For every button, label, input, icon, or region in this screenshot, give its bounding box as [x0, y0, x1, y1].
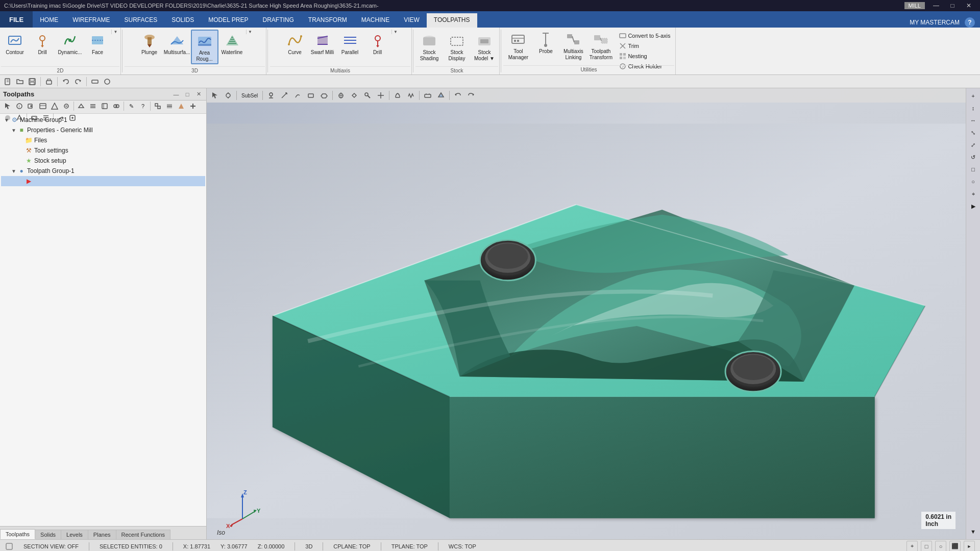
vt-btn7[interactable] — [318, 90, 330, 101]
rp-btn6[interactable]: ↺ — [968, 152, 979, 163]
stock-shading-button[interactable]: StockShading — [415, 30, 443, 64]
sidebar-pin-button[interactable]: — — [172, 90, 181, 99]
multisurface-button[interactable]: Multisurfa... — [163, 30, 191, 64]
probe-button[interactable]: Probe — [532, 29, 559, 63]
face-button[interactable]: Face — [84, 30, 111, 64]
vt-btn6[interactable] — [305, 90, 317, 101]
tab-wireframe[interactable]: WIREFRAME — [65, 13, 117, 28]
tb-btn-extra2[interactable] — [102, 76, 113, 87]
arearough-button[interactable]: Area Roug... — [191, 30, 218, 64]
st-help-button[interactable]: ? — [137, 101, 149, 112]
vt-btn1[interactable] — [209, 90, 221, 101]
vt-btn10[interactable] — [361, 90, 374, 101]
rp-btn11[interactable]: ▼ — [968, 526, 979, 537]
curve-button[interactable]: Curve — [281, 30, 309, 64]
undo-button[interactable] — [60, 76, 71, 87]
nesting-button[interactable]: Nesting — [617, 51, 673, 61]
tab-solids[interactable]: SOLIDS — [164, 13, 201, 28]
st-btn5[interactable] — [49, 101, 60, 112]
vt-btn3[interactable] — [265, 90, 277, 101]
status-btn1[interactable]: ⌖ — [906, 541, 918, 552]
maximize-button[interactable]: □ — [945, 1, 960, 10]
vt-btn9[interactable] — [348, 90, 360, 101]
st-new-group-button[interactable] — [26, 101, 37, 112]
minimize-button[interactable]: — — [929, 1, 943, 10]
2d-expand-arrow[interactable]: ▼ — [111, 30, 119, 34]
sidebar-close-button[interactable]: ✕ — [194, 90, 203, 99]
tree-stock-setup[interactable]: ★ Stock setup — [1, 156, 205, 166]
vt-redo-button[interactable] — [465, 90, 477, 101]
tb-btn-extra1[interactable] — [89, 76, 101, 87]
stab-toolpaths[interactable]: Toolpaths — [0, 529, 35, 539]
parallel-button[interactable]: Parallel — [336, 30, 364, 64]
st-select-button[interactable] — [2, 101, 13, 112]
st-btn8[interactable] — [87, 101, 99, 112]
vt-btn15[interactable] — [435, 90, 447, 101]
vt-subsel-button[interactable]: SubSel — [239, 90, 260, 101]
plunge-button[interactable]: Plunge — [136, 30, 163, 64]
rp-btn8[interactable]: ○ — [968, 176, 979, 187]
tab-transform[interactable]: TRANSFORM — [301, 13, 354, 28]
vt-btn13[interactable] — [405, 90, 417, 101]
tree-tool-settings[interactable]: ⚒ Tool settings — [1, 145, 205, 156]
tab-drafting[interactable]: DRAFTING — [255, 13, 301, 28]
multiaxis-expand-arrow[interactable]: ▼ — [391, 30, 400, 34]
3d-expand-arrow[interactable]: ▼ — [246, 30, 254, 34]
st-btn10[interactable] — [111, 101, 122, 112]
tab-surfaces[interactable]: SURFACES — [117, 13, 165, 28]
stab-solids[interactable]: Solids — [35, 530, 61, 539]
vt-btn8[interactable] — [335, 90, 347, 101]
tab-file[interactable]: FILE — [0, 11, 33, 28]
st-btn13[interactable] — [164, 101, 175, 112]
stock-model-button[interactable]: StockModel ▼ — [471, 30, 498, 64]
toggle-machine-group[interactable]: ▼ — [3, 116, 10, 123]
rp-btn3[interactable]: ↔ — [968, 115, 979, 126]
help-icon[interactable]: ? — [965, 17, 975, 28]
stab-levels[interactable]: Levels — [61, 530, 88, 539]
toggle-toolpath-group[interactable]: ▼ — [10, 167, 17, 174]
dynamic-button[interactable]: Dynamic... — [56, 30, 84, 64]
tool-manager-button[interactable]: ToolManager — [504, 29, 532, 63]
status-btn5[interactable]: ► — [964, 541, 975, 552]
redo-button[interactable] — [72, 76, 84, 87]
save-file-button[interactable] — [27, 76, 38, 87]
swarf-button[interactable]: Swarf Milli — [309, 30, 336, 64]
contour-button[interactable]: Contour — [1, 30, 29, 64]
st-btn4[interactable] — [37, 101, 48, 112]
rp-btn4[interactable]: ⤡ — [968, 127, 979, 138]
tab-toolpaths[interactable]: TOOLPATHS — [427, 13, 477, 28]
vt-undo-button[interactable] — [452, 90, 464, 101]
toggle-properties[interactable]: ▼ — [10, 127, 17, 134]
convert-5axis-button[interactable]: Convert to 5-axis — [617, 31, 673, 41]
st-btn14[interactable] — [176, 101, 187, 112]
drill-ma-button[interactable]: Drill — [364, 30, 391, 64]
vt-btn11[interactable] — [375, 90, 387, 101]
status-btn2[interactable]: □ — [921, 541, 932, 552]
trim-button[interactable]: Trim — [617, 41, 673, 51]
waterline-button[interactable]: Waterline — [218, 30, 246, 64]
status-btn3[interactable]: ○ — [935, 541, 946, 552]
tree-toolpath-group[interactable]: ▼ ● Toolpath Group-1 — [1, 166, 205, 176]
st-properties-button[interactable]: i — [14, 101, 25, 112]
vt-btn12[interactable] — [391, 90, 404, 101]
st-btn7[interactable] — [76, 101, 87, 112]
rp-btn5[interactable]: ⤢ — [968, 139, 979, 151]
st-btn11[interactable]: ✎ — [126, 101, 137, 112]
my-mastercam-label[interactable]: MY MASTERCAM — [910, 19, 960, 26]
st-btn15[interactable] — [187, 101, 199, 112]
st-btn9[interactable] — [99, 101, 110, 112]
multiaxis-linking-button[interactable]: MultiaxisLinking — [559, 29, 587, 63]
rp-btn2[interactable]: ↕ — [968, 103, 979, 114]
tab-home[interactable]: HOME — [33, 13, 65, 28]
vt-btn14[interactable] — [422, 90, 434, 101]
toolpath-transform-button[interactable]: ToolpathTransform — [587, 29, 615, 63]
tree-files[interactable]: 📁 Files — [1, 135, 205, 145]
print-button[interactable] — [43, 76, 55, 87]
rp-btn10[interactable]: ▶ — [968, 201, 979, 212]
stab-recent[interactable]: Recent Functions — [116, 530, 171, 539]
status-btn4[interactable]: ⬛ — [949, 541, 961, 552]
stab-planes[interactable]: Planes — [88, 530, 116, 539]
tab-machine[interactable]: MACHINE — [354, 13, 397, 28]
tree-properties[interactable]: ▼ ■ Properties - Generic Mill — [1, 125, 205, 135]
open-file-button[interactable] — [14, 76, 26, 87]
